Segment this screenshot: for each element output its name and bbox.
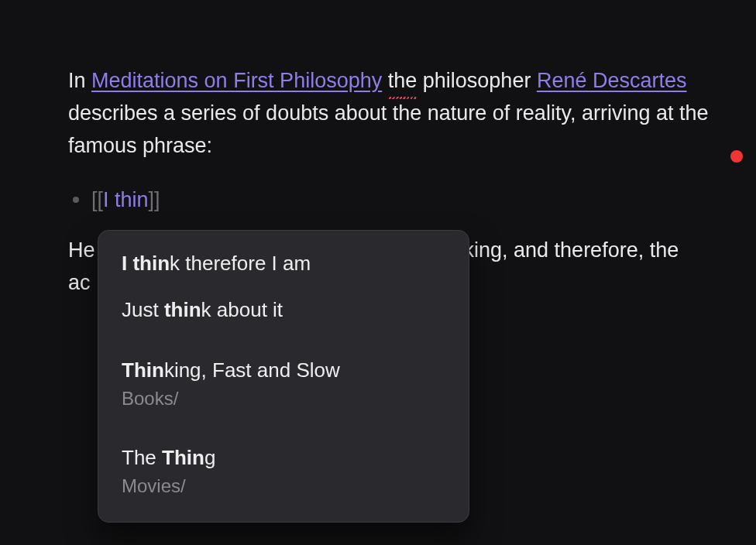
- link-meditations[interactable]: Meditations on First Philosophy: [91, 69, 382, 92]
- text: In: [68, 69, 91, 92]
- bullet-list: [[I thin]]: [68, 184, 734, 217]
- text: philosopher: [417, 69, 537, 92]
- text-fragment-left: He: [68, 235, 95, 267]
- unsaved-indicator-icon: [730, 150, 743, 163]
- match-pre: The: [122, 446, 162, 469]
- text: describes a series of doubts about the n…: [68, 101, 708, 157]
- match-bold: Thin: [122, 358, 164, 382]
- match-rest: king, Fast and Slow: [164, 358, 340, 382]
- match-rest: g: [204, 446, 215, 469]
- match-bold: I thin: [122, 252, 170, 275]
- link-descartes[interactable]: René Descartes: [537, 69, 687, 92]
- match-rest: k about it: [201, 298, 284, 321]
- spellcheck-word[interactable]: the: [388, 65, 418, 98]
- autocomplete-item[interactable]: Just think about it: [98, 290, 469, 331]
- list-item[interactable]: [[I thin]]: [68, 184, 734, 217]
- match-pre: Just: [122, 298, 164, 321]
- text: [382, 69, 388, 92]
- match-bold: thin: [164, 298, 201, 321]
- match-path: Movies/: [122, 474, 445, 498]
- autocomplete-popup: I think therefore I am Just think about …: [98, 230, 469, 523]
- autocomplete-item[interactable]: The Thing Movies/: [98, 437, 469, 506]
- wikilink-input[interactable]: [[I thin]]: [91, 184, 160, 217]
- bracket-close: ]]: [149, 188, 160, 211]
- bullet-icon: [73, 197, 79, 203]
- autocomplete-item[interactable]: I think therefore I am: [98, 243, 469, 285]
- autocomplete-item[interactable]: Thinking, Fast and Slow Books/: [98, 350, 469, 419]
- match-rest: k therefore I am: [170, 252, 311, 275]
- bracket-open: [[: [91, 188, 103, 211]
- paragraph-1: In Meditations on First Philosophy the p…: [68, 65, 734, 163]
- match-bold: Thin: [162, 446, 204, 469]
- editor-page: In Meditations on First Philosophy the p…: [0, 0, 756, 545]
- match-path: Books/: [122, 386, 445, 410]
- wikilink-query: I thin: [103, 188, 149, 211]
- text-fragment-right: king, and therefore, the: [464, 235, 679, 267]
